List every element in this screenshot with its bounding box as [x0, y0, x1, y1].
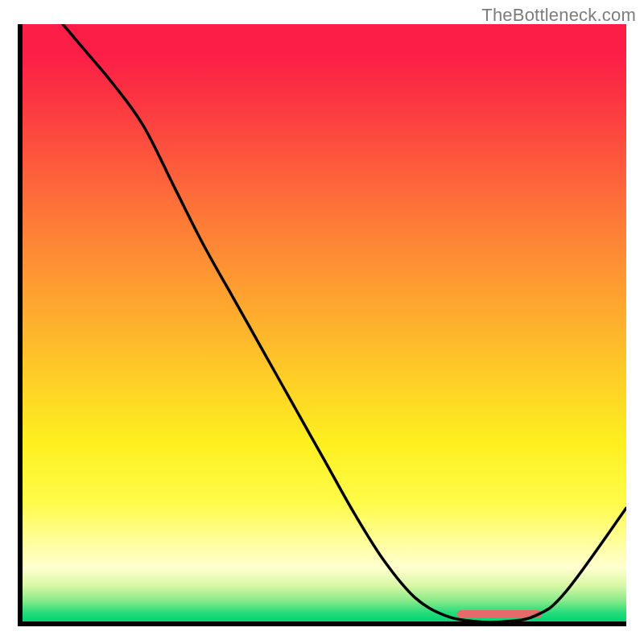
curve-path [23, 24, 626, 622]
plot-area [18, 24, 626, 626]
bottleneck-curve [23, 24, 626, 621]
attribution-text: TheBottleneck.com [481, 5, 636, 26]
chart-container: { "attribution": "TheBottleneck.com", "c… [0, 0, 644, 644]
